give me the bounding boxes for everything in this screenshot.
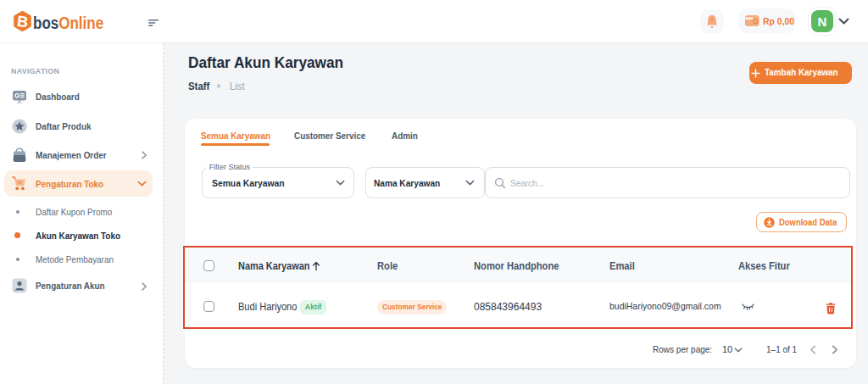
svg-text:B: B [16, 13, 29, 31]
